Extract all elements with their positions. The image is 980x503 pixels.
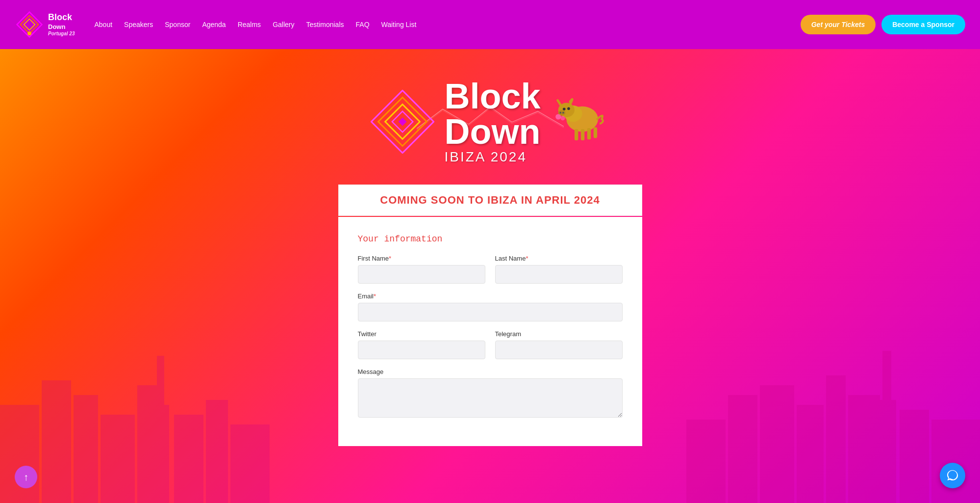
bull-illustration xyxy=(551,87,609,146)
last-name-label: Last Name* xyxy=(495,255,623,262)
svg-rect-33 xyxy=(230,424,270,503)
twitter-label: Twitter xyxy=(358,330,485,338)
nav-waiting-list[interactable]: Waiting List xyxy=(377,17,422,32)
nav-realms[interactable]: Realms xyxy=(233,17,266,32)
main-nav: About Speakers Sponsor Agenda Realms Gal… xyxy=(89,17,800,32)
first-name-group: First Name* xyxy=(358,255,485,284)
chat-icon xyxy=(946,469,959,482)
first-name-input[interactable] xyxy=(358,265,485,284)
svg-rect-3 xyxy=(26,22,32,27)
telegram-group: Telegram xyxy=(495,330,623,359)
chat-button[interactable] xyxy=(940,463,965,488)
nav-about[interactable]: About xyxy=(89,17,117,32)
nav-gallery[interactable]: Gallery xyxy=(268,17,299,32)
last-name-input[interactable] xyxy=(495,265,623,284)
hero-diamond-logo xyxy=(371,90,434,154)
email-row: Email* xyxy=(358,292,623,321)
svg-rect-42 xyxy=(900,410,929,503)
svg-rect-35 xyxy=(728,395,757,503)
telegram-input[interactable] xyxy=(495,341,623,359)
svg-point-22 xyxy=(555,114,561,119)
svg-rect-37 xyxy=(797,405,824,503)
social-row: Twitter Telegram xyxy=(358,330,623,359)
svg-point-13 xyxy=(562,108,565,111)
email-group: Email* xyxy=(358,292,623,321)
message-label: Message xyxy=(358,368,623,375)
header-buttons: Get your Tickets Become a Sponsor xyxy=(801,15,965,34)
svg-rect-27 xyxy=(101,415,135,503)
svg-rect-41 xyxy=(878,400,896,503)
svg-point-16 xyxy=(559,112,561,114)
nav-faq[interactable]: FAQ xyxy=(351,17,375,32)
arrow-up-icon: ↑ xyxy=(24,472,28,483)
svg-rect-9 xyxy=(399,118,407,126)
hero-text: Block Down IBIZA 2024 xyxy=(444,79,540,165)
svg-rect-18 xyxy=(574,129,578,140)
nav-testimonials[interactable]: Testimonials xyxy=(301,17,349,32)
email-input[interactable] xyxy=(358,303,623,321)
coming-soon-text: COMING SOON TO IBIZA IN APRIL 2024 xyxy=(380,194,600,206)
first-name-label: First Name* xyxy=(358,255,485,262)
svg-rect-32 xyxy=(206,400,228,503)
logo-text: Block Down Portugal 23 xyxy=(48,12,75,36)
logo-diamond xyxy=(15,10,44,39)
twitter-input[interactable] xyxy=(358,341,485,359)
registration-form-card: Your information First Name* Last Name* … xyxy=(338,217,642,446)
hero-section: Block Down IBIZA 2024 xyxy=(0,49,980,503)
get-tickets-button[interactable]: Get your Tickets xyxy=(801,15,876,34)
nav-sponsor[interactable]: Sponsor xyxy=(160,17,195,32)
last-name-group: Last Name* xyxy=(495,255,623,284)
svg-rect-25 xyxy=(42,380,71,503)
message-group: Message xyxy=(358,368,623,418)
svg-point-17 xyxy=(562,112,564,114)
svg-rect-34 xyxy=(686,420,726,503)
svg-rect-26 xyxy=(74,395,98,503)
svg-point-23 xyxy=(560,116,565,120)
telegram-label: Telegram xyxy=(495,330,623,338)
svg-rect-39 xyxy=(848,395,880,503)
svg-rect-21 xyxy=(593,127,597,138)
svg-rect-31 xyxy=(174,415,203,503)
twitter-group: Twitter xyxy=(358,330,485,359)
svg-rect-24 xyxy=(0,405,39,503)
nav-speakers[interactable]: Speakers xyxy=(119,17,158,32)
name-row: First Name* Last Name* xyxy=(358,255,623,284)
hero-subtitle: IBIZA 2024 xyxy=(444,149,527,165)
svg-rect-36 xyxy=(760,385,794,503)
hero-logo-area: Block Down IBIZA 2024 xyxy=(371,49,609,185)
svg-rect-38 xyxy=(826,375,846,503)
become-sponsor-button[interactable]: Become a Sponsor xyxy=(881,15,965,34)
hero-title: Block Down xyxy=(444,79,540,149)
scroll-to-top-button[interactable]: ↑ xyxy=(15,466,37,488)
coming-soon-banner: COMING SOON TO IBIZA IN APRIL 2024 xyxy=(338,185,642,216)
svg-point-4 xyxy=(27,31,31,35)
message-row: Message xyxy=(358,368,623,418)
message-input[interactable] xyxy=(358,378,623,418)
svg-point-14 xyxy=(567,107,570,110)
svg-rect-43 xyxy=(931,420,980,503)
email-label: Email* xyxy=(358,292,623,300)
form-section-title: Your information xyxy=(358,234,623,244)
logo[interactable]: Block Down Portugal 23 xyxy=(15,10,75,39)
svg-rect-20 xyxy=(587,128,590,139)
svg-rect-30 xyxy=(152,405,169,503)
nav-agenda[interactable]: Agenda xyxy=(197,17,230,32)
site-header: Block Down Portugal 23 About Speakers Sp… xyxy=(0,0,980,49)
svg-rect-19 xyxy=(580,129,584,140)
